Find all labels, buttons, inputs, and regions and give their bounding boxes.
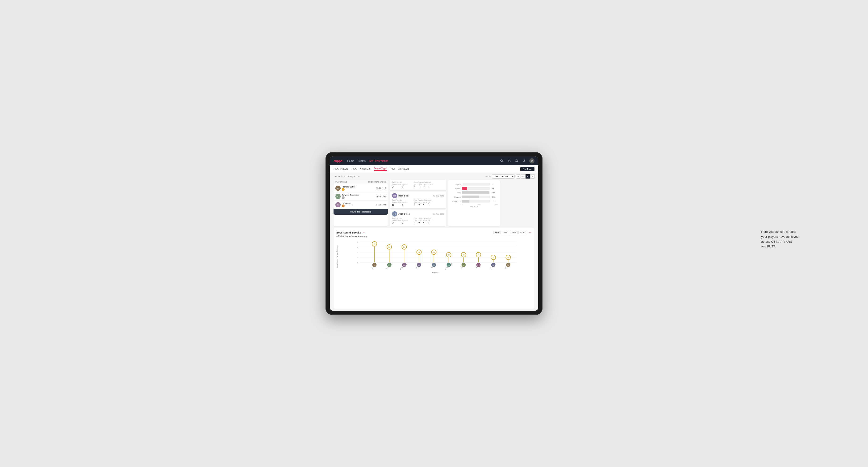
svg-point-3 (524, 160, 525, 161)
table-view-btn[interactable]: ≡ (530, 174, 534, 179)
bar-row-eagles: Eagles 3 (450, 183, 498, 186)
metric-tab-putt[interactable]: PUTT (519, 231, 527, 234)
user-avatar[interactable]: U (529, 158, 534, 163)
avatar-rees: RB (392, 193, 397, 198)
tablet-frame: clippd Home Teams My Performance (326, 152, 542, 315)
bronze-medal: 3 (342, 205, 345, 207)
metric-tabs: OTT APP ARG PUTT ← (493, 231, 532, 234)
avatar-cm: CM (335, 202, 341, 207)
x-label-400: 400 (495, 204, 498, 205)
player-name-rb: Richard Butler (342, 186, 355, 188)
svg-text:4: 4 (357, 251, 359, 253)
svg-text:4x: 4x (448, 254, 450, 256)
pc-practice-val-josh: 2 (402, 221, 410, 225)
svg-text:CQ: CQ (507, 264, 509, 266)
subnav-all-players[interactable]: All Players (398, 167, 409, 170)
putt-l-josh: PUTT (428, 220, 432, 221)
sub-nav: PGAT Players PGA Hcaps 1-5 Team Clippd T… (330, 165, 538, 173)
bar-val-eagles: 3 (492, 183, 498, 185)
svg-text:EC: EC (448, 264, 450, 266)
subnav-tour[interactable]: Tour (390, 167, 395, 170)
ott-l-rees: OTT (414, 201, 418, 203)
metric-tab-arg[interactable]: ARG (510, 231, 518, 234)
bar-track-dbogeys (462, 200, 490, 203)
pc-header-rees: RB Rees Britt 02 Sep 2023 (392, 193, 444, 198)
subnav-team-clippd[interactable]: Team Clippd (374, 167, 387, 171)
player-row-ec: EC Edward Crossman 2 (335, 194, 375, 199)
svg-text:6: 6 (357, 246, 359, 248)
settings-icon[interactable] (522, 158, 527, 163)
subnav-pga[interactable]: PGA (351, 167, 356, 170)
nav-icons: U (499, 158, 534, 163)
pc-date-rees: 02 Sep 2023 (433, 195, 444, 197)
list-view-btn[interactable]: ☰ (521, 174, 525, 179)
svg-text:8: 8 (357, 241, 359, 243)
svg-text:4x: 4x (478, 254, 479, 256)
svg-text:RB: RB (492, 264, 494, 266)
user-icon[interactable] (507, 158, 512, 163)
player-cards-panel: Total Rounds Tournament 7 Practice 6 (390, 180, 446, 226)
subnav-hcaps[interactable]: Hcaps 1-5 (360, 167, 371, 170)
bar-track-bogeys (462, 195, 490, 198)
putt-v-rees: 0 (428, 203, 432, 206)
logo: clippd (334, 159, 342, 163)
nav-my-performance[interactable]: My Performance (369, 159, 389, 162)
bar-fill-bogeys (462, 195, 479, 198)
bar-row-birdies: Birdies 96 (450, 187, 498, 190)
svg-text:JC: JC (418, 264, 420, 266)
chart-footer-label: Total Shots (450, 206, 498, 207)
metric-tab-app[interactable]: APP (502, 231, 509, 234)
nav-teams[interactable]: Teams (358, 159, 366, 162)
app-l-josh: APP (418, 220, 423, 221)
silver-medal: 2 (342, 196, 345, 199)
player-card-rees: RB Rees Britt 02 Sep 2023 Total Rounds T… (390, 191, 446, 208)
nav-home[interactable]: Home (347, 159, 354, 162)
subtitle-rest: , Fairway Accuracy (348, 235, 367, 238)
table-row: RB Richard Butler 1 19/20 110 (334, 184, 388, 192)
pa-label-josh: Total Practice Activities (414, 217, 432, 219)
chart-x-axis: 0 200 400 (450, 204, 498, 205)
streaks-title-group: Best Round Streaks ← (336, 231, 365, 234)
pc-tournament-val-rees: 8 (392, 203, 401, 207)
streak-chart-container: Best Streak, Fairway Accuracy 8 6 (336, 239, 532, 274)
card-view-btn[interactable]: ▦ (526, 174, 530, 179)
putt-l-rees: PUTT (428, 201, 432, 203)
view-leaderboard-button[interactable]: View Full Leaderboard (334, 209, 388, 215)
avg-ec: 107 (382, 195, 386, 198)
bar-track-eagles (462, 183, 490, 186)
team-header: Team Clippd 14 Players ✏ Show Last 3 mon… (330, 173, 538, 180)
total-rounds-label: Total Rounds (392, 181, 410, 183)
svg-text:3x: 3x (493, 257, 494, 258)
app-val-1: 0 (419, 185, 423, 187)
show-label: Show (485, 175, 491, 178)
arg-v-josh: 0 (423, 221, 428, 224)
col-player-name: PLAYER NAME (335, 181, 368, 183)
chart-bars: Eagles 3 Birdies 96 (450, 183, 498, 203)
tournament-label-1: Tournament (392, 184, 401, 185)
pc-name-josh: Josh Coles (398, 213, 410, 215)
nav-links: Home Teams My Performance (347, 159, 499, 162)
practice-val-1: 6 (402, 185, 410, 189)
ott-l-josh: OTT (414, 220, 418, 221)
avg-rb: 110 (382, 187, 386, 189)
col-pb-avg: PB AVG SQ (377, 181, 386, 183)
subnav-pgat[interactable]: PGAT Players (334, 167, 348, 170)
search-icon[interactable] (499, 158, 504, 163)
edit-icon[interactable]: ✏ (358, 175, 360, 178)
pc-practice-label-rees: Practice (402, 201, 410, 203)
avatar-ec: EC (335, 194, 341, 199)
avatar-rb: RB (335, 186, 341, 191)
avatar-josh: JC (392, 211, 397, 217)
bar-label-eagles: Eagles (450, 183, 461, 185)
grid-view-btn[interactable]: ⊞ (516, 174, 520, 179)
svg-text:BM: BM (388, 264, 390, 266)
app-v-rees: 0 (418, 203, 423, 206)
metric-tab-ott[interactable]: OTT (493, 231, 501, 234)
period-select[interactable]: Last 3 months Last 6 months Last 12 mont… (492, 174, 515, 179)
add-team-button[interactable]: Add Team (520, 167, 534, 171)
tr-label-rees: Total Rounds (392, 199, 410, 201)
top-rounds-card: Total Rounds Tournament 7 Practice 6 (390, 180, 446, 190)
player-row-cm: CM Cameron... 3 (335, 202, 375, 207)
x-label-200: 200 (478, 204, 481, 205)
bell-icon[interactable] (514, 158, 519, 163)
